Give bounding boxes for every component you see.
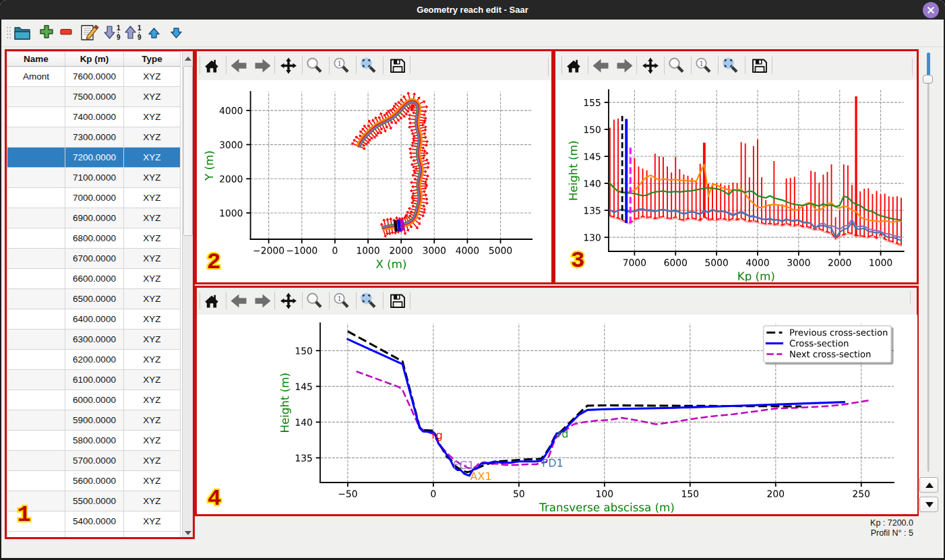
svg-text:1: 1	[338, 59, 342, 68]
svg-text:1: 1	[138, 24, 142, 32]
svg-text:1: 1	[700, 59, 704, 68]
svg-text:9: 9	[138, 34, 142, 41]
svg-text:1: 1	[117, 24, 121, 32]
svg-text:9: 9	[117, 34, 121, 41]
svg-text:1: 1	[338, 294, 342, 303]
